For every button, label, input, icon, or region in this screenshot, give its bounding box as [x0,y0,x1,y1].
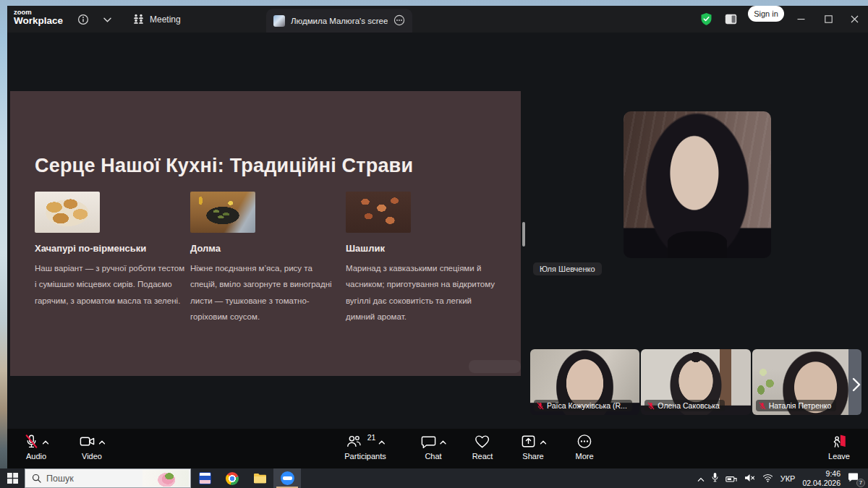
sign-in-button[interactable]: Sign in [748,6,784,22]
share-options-chevron[interactable] [540,435,547,448]
layout-panel-icon[interactable] [722,6,739,33]
react-button[interactable]: React [472,432,493,461]
participant-name: Олена Саковська [658,401,720,410]
camera-icon [79,432,106,450]
wifi-icon[interactable] [762,472,773,485]
language-indicator[interactable]: УКР [780,474,796,483]
khachapuri-photo [35,192,100,233]
participant-video[interactable]: Наталія Петренко [752,349,861,415]
hidden-icons-chevron[interactable] [697,472,705,485]
leave-label: Leave [828,452,850,461]
file-explorer-icon[interactable] [246,468,273,488]
shashlik-photo [346,192,411,233]
participants-button[interactable]: 21 Participants [344,432,386,461]
participant-name: Наталія Петренко [769,401,832,410]
react-label: React [472,452,493,461]
tray-hardware-icon[interactable] [726,472,737,485]
close-button[interactable] [843,6,865,33]
share-label: Share [522,452,543,461]
participant-video[interactable]: Раїса Кожухівська (R... [530,349,639,415]
mic-muted-icon [759,402,766,410]
floppy-app-icon[interactable] [191,468,218,488]
participants-label: Participants [344,452,386,461]
search-daily-image[interactable] [142,470,189,487]
dish-name: Хачапурі по-вірменськи [35,243,185,254]
leave-door-icon [830,432,848,450]
shared-screen-content: Серце Нашої Кухні: Традиційні Страви Хач… [10,91,521,376]
title-bar: zoom Workplace Meeting Людмила Малюга's … [7,6,868,33]
meeting-toolbar: Audio Video 21 Participants [7,429,868,468]
video-options-chevron[interactable] [99,435,106,448]
dish-card: Долма Ніжне поєднання м’яса, рису та спе… [190,192,341,325]
dish-description: Маринад з кавказькими спеціями й часнико… [346,260,496,325]
clock[interactable]: 9:46 02.04.2026 [802,469,841,487]
dish-description: Наш варіант — з ручної роботи тестом і с… [35,260,185,309]
zoom-workplace-logo: zoom Workplace [14,9,63,26]
microphone-muted-icon [24,432,49,450]
more-button[interactable]: More [575,432,593,461]
pinned-apps [191,468,301,488]
meeting-tab-label: Meeting [150,14,181,25]
taskbar-search[interactable] [25,468,191,488]
audio-label: Audio [26,452,46,461]
mic-muted-icon [647,402,655,410]
speaker-name-badge: Юля Шевченко [533,262,602,275]
system-tray: УКР 9:46 02.04.2026 7 [697,468,868,488]
start-button[interactable] [0,468,25,488]
notification-count-badge: 7 [856,479,865,487]
chat-button[interactable]: Chat [420,432,446,461]
chevron-down-icon[interactable] [100,12,114,27]
next-videos-chevron[interactable] [848,375,864,394]
chat-options-chevron[interactable] [440,435,446,448]
dish-name: Долма [190,243,341,254]
search-icon [32,474,41,483]
leave-button[interactable]: Leave [828,432,850,461]
logo-text-workplace: Workplace [14,16,63,26]
search-input[interactable] [46,474,126,484]
tab-meeting[interactable]: Meeting [127,6,187,33]
chat-bubble-icon [420,432,446,450]
security-shield-icon[interactable] [697,6,715,33]
audio-options-chevron[interactable] [43,435,49,448]
maximize-button[interactable] [817,6,839,33]
notification-center-icon[interactable]: 7 [848,472,862,485]
dish-name: Шашлик [346,243,496,254]
meeting-people-icon [132,13,145,26]
speaker-video[interactable] [624,111,771,258]
participants-options-chevron[interactable] [378,435,385,448]
windows-taskbar: УКР 9:46 02.04.2026 7 [0,468,868,488]
tray-time: 9:46 [826,469,841,478]
meeting-info-icon[interactable] [76,12,90,27]
faded-slide-control [469,360,521,373]
more-label: More [575,452,593,461]
tab-options-icon[interactable] [393,14,405,27]
heart-icon [474,432,491,450]
participants-icon: 21 [346,432,386,450]
tab-shared-screen[interactable]: Людмила Малюга's screen [266,9,412,33]
presentation-title: Серце Нашої Кухні: Традиційні Страви [35,155,413,177]
participants-count-badge: 21 [367,433,376,442]
chat-label: Chat [425,452,441,461]
zoom-taskbar-icon[interactable] [273,468,301,488]
dish-card: Хачапурі по-вірменськи Наш варіант — з р… [35,192,185,309]
participant-video[interactable]: Олена Саковська [641,349,750,415]
minimize-button[interactable] [790,6,812,33]
dolma-photo [190,192,255,233]
volume-muted-icon[interactable] [744,472,755,485]
share-button[interactable]: Share [520,432,547,461]
dish-description: Ніжне поєднання м’яса, рису та спецій, в… [190,260,341,325]
video-button[interactable]: Video [79,432,106,461]
shared-screen-scrollbar[interactable] [522,222,525,247]
participant-filmstrip: Раїса Кожухівська (R... Олена Саковська … [530,349,861,415]
shared-screen-thumbnail [273,15,285,27]
more-ellipsis-icon [576,432,593,450]
participant-name-badge: Олена Саковська [644,400,725,411]
participant-name: Раїса Кожухівська (R... [547,401,627,410]
shared-screen-tab-label: Людмила Малюга's screen [291,17,388,25]
participant-name-badge: Наталія Петренко [756,400,837,411]
audio-button[interactable]: Audio [24,432,49,461]
tray-microphone-icon[interactable] [712,472,718,485]
desktop: zoom Workplace Meeting Людмила Малюга's … [0,0,868,488]
meeting-main-area: Серце Нашої Кухні: Традиційні Страви Хач… [7,33,868,429]
chrome-icon[interactable] [218,468,246,488]
